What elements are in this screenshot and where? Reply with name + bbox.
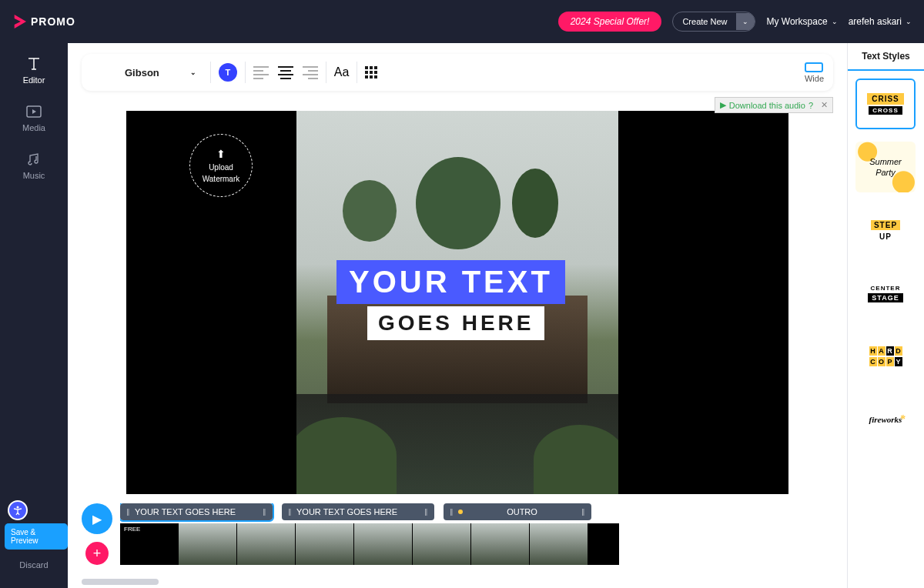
- music-icon: [26, 152, 42, 166]
- play-icon: ▶: [720, 100, 726, 110]
- align-group: [253, 65, 318, 80]
- download-audio-banner[interactable]: ▶ Download this audio ? ✕: [715, 97, 833, 113]
- position-grid-button[interactable]: [365, 66, 377, 79]
- panel-title: Text Styles: [848, 43, 924, 71]
- text-icon: [26, 57, 42, 71]
- svg-point-1: [17, 506, 19, 509]
- separator: [210, 62, 211, 83]
- frame-thumb[interactable]: [179, 523, 237, 565]
- text-case-button[interactable]: Aa: [334, 65, 350, 79]
- add-segment-button[interactable]: +: [85, 542, 109, 565]
- canvas-text-top[interactable]: YOUR TEXT: [336, 260, 565, 304]
- style-summer-party[interactable]: Summer Party: [855, 142, 916, 192]
- grip-icon[interactable]: ‖: [424, 508, 428, 516]
- frames-strip[interactable]: FREE: [120, 523, 833, 565]
- left-sidebar: Editor Media Music Save & Preview Discar…: [0, 43, 68, 588]
- style-fireworks[interactable]: fireworks: [855, 394, 916, 445]
- media-icon: [26, 105, 42, 119]
- ratio-icon: [805, 62, 823, 72]
- separator: [245, 62, 246, 83]
- create-new-label: Create New: [673, 12, 736, 31]
- chevron-down-icon: ⌄: [190, 68, 196, 76]
- align-center-button[interactable]: [278, 65, 293, 80]
- styles-list[interactable]: CRISS CROSS Summer Party STEP UP CENTER …: [848, 71, 924, 588]
- segment-2[interactable]: ‖ YOUR TEXT GOES HERE ‖: [282, 503, 434, 520]
- chevron-down-icon: ⌄: [906, 18, 912, 25]
- frame-thumb[interactable]: [237, 523, 296, 565]
- style-hard-copy[interactable]: HARD COPY: [855, 331, 916, 382]
- frame-thumb[interactable]: [296, 523, 354, 565]
- frame-thumb[interactable]: [354, 523, 413, 565]
- segments-row: ‖ YOUR TEXT GOES HERE ‖ ‖ YOUR TEXT GOES…: [120, 503, 833, 520]
- grip-icon[interactable]: ‖: [581, 508, 585, 516]
- brand-name: PROMO: [31, 15, 75, 28]
- text-toolbar: Gibson ⌄ T Aa Wide: [82, 54, 833, 91]
- canvas-wrapper: ▶ Download this audio ? ✕ ⬆ Upload Water…: [82, 97, 833, 494]
- free-tag: FREE: [122, 525, 142, 533]
- scene-preview: YOUR TEXT GOES HERE: [296, 111, 618, 494]
- sidebar-item-media[interactable]: Media: [22, 105, 45, 132]
- frame-thumb[interactable]: [588, 523, 619, 565]
- grip-icon[interactable]: ‖: [263, 508, 266, 516]
- frame-thumb[interactable]: FREE: [120, 523, 179, 565]
- sidebar-item-editor[interactable]: Editor: [23, 57, 45, 85]
- top-header: PROMO 2024 Special Offer! Create New ⌄ M…: [0, 0, 924, 43]
- special-offer-button[interactable]: 2024 Special Offer!: [558, 12, 662, 32]
- timeline-scrollbar[interactable]: [82, 579, 159, 585]
- main-area: Gibson ⌄ T Aa Wide: [68, 43, 847, 588]
- align-left-button[interactable]: [253, 65, 269, 80]
- close-icon[interactable]: ✕: [821, 100, 828, 110]
- outro-dot-icon: [458, 509, 463, 514]
- chevron-down-icon: ⌄: [832, 18, 838, 25]
- separator: [357, 62, 357, 83]
- discard-button[interactable]: Discard: [0, 560, 68, 570]
- frame-thumb[interactable]: [413, 523, 471, 565]
- grip-icon[interactable]: ‖: [126, 508, 130, 516]
- upload-watermark-button[interactable]: ⬆ Upload Watermark: [189, 134, 253, 197]
- workspace-dropdown[interactable]: My Workspace ⌄: [766, 16, 837, 27]
- logo[interactable]: PROMO: [12, 15, 75, 28]
- help-icon[interactable]: ?: [808, 101, 813, 110]
- align-right-button[interactable]: [303, 65, 318, 80]
- style-criss-cross[interactable]: CRISS CROSS: [855, 79, 916, 129]
- save-preview-button[interactable]: Save & Preview: [5, 523, 68, 550]
- video-canvas[interactable]: ⬆ Upload Watermark YOUR TEXT GOES HERE: [126, 111, 788, 494]
- logo-icon: [12, 15, 26, 28]
- style-step-up[interactable]: STEP UP: [855, 205, 916, 256]
- create-new-button[interactable]: Create New ⌄: [672, 12, 755, 32]
- grip-icon[interactable]: ‖: [450, 508, 454, 516]
- text-styles-panel: Text Styles CRISS CROSS Summer Party STE…: [847, 43, 924, 588]
- segment-outro[interactable]: ‖ OUTRO ‖: [444, 503, 591, 520]
- frame-thumb[interactable]: [471, 523, 530, 565]
- grip-icon[interactable]: ‖: [288, 508, 292, 516]
- user-dropdown[interactable]: arefeh askari ⌄: [849, 16, 912, 27]
- text-color-button[interactable]: T: [219, 63, 237, 82]
- canvas-text-bottom[interactable]: GOES HERE: [367, 306, 544, 340]
- upload-icon: ⬆: [216, 148, 226, 160]
- sidebar-item-music[interactable]: Music: [23, 152, 45, 180]
- font-selector[interactable]: Gibson ⌄: [91, 67, 203, 79]
- aspect-ratio-button[interactable]: Wide: [805, 62, 824, 83]
- timeline: ▶ + ‖ YOUR TEXT GOES HERE ‖ ‖ YOUR TEXT …: [68, 497, 847, 588]
- style-center-stage[interactable]: CENTER STAGE: [855, 268, 916, 319]
- accessibility-button[interactable]: [8, 500, 28, 520]
- play-button[interactable]: ▶: [82, 503, 112, 534]
- chevron-down-icon[interactable]: ⌄: [736, 13, 755, 30]
- separator: [326, 62, 326, 83]
- segment-1[interactable]: ‖ YOUR TEXT GOES HERE ‖: [120, 503, 273, 520]
- frame-thumb[interactable]: [530, 523, 588, 565]
